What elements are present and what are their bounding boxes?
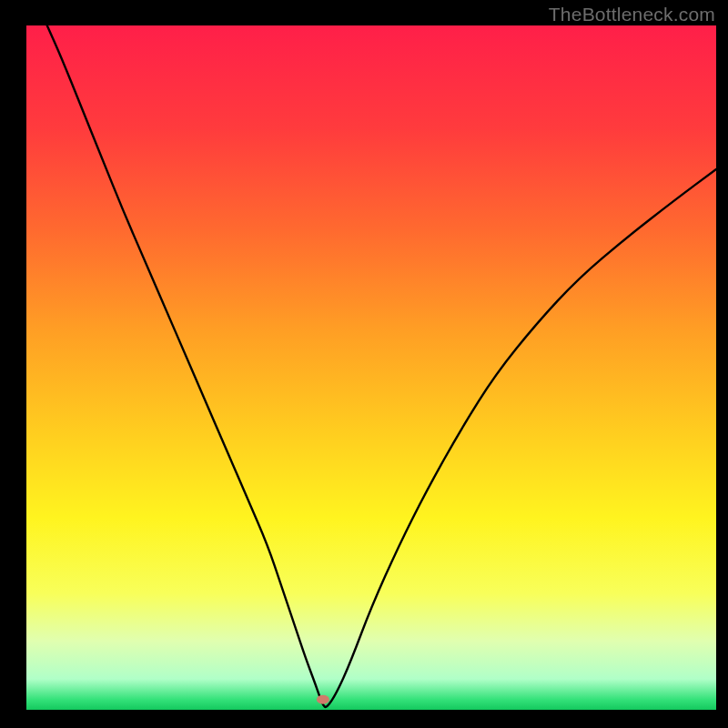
- bottleneck-chart: [26, 25, 716, 710]
- chart-svg: [26, 25, 716, 710]
- minimum-dot-icon: [317, 695, 329, 704]
- chart-frame: TheBottleneck.com: [0, 0, 728, 728]
- watermark-text: TheBottleneck.com: [549, 4, 715, 25]
